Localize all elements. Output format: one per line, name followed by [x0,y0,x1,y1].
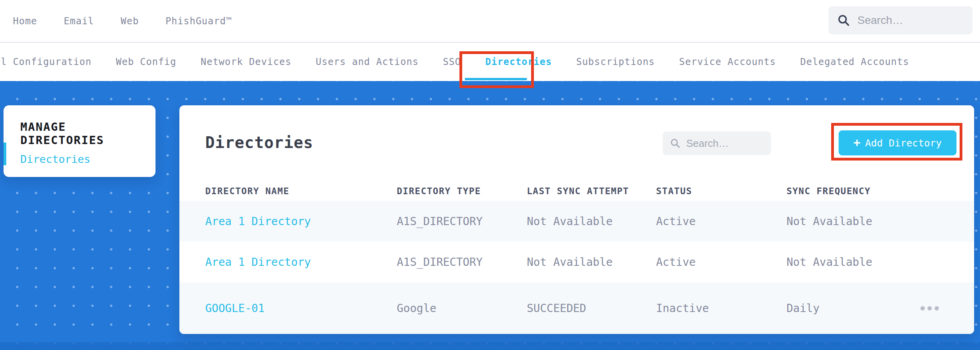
sidebar-item-directories[interactable]: Directories [20,153,90,165]
table-search-box[interactable] [663,132,771,155]
search-icon [670,138,681,149]
cell-last-sync-attempt: SUCCEEDED [527,302,656,315]
top-nav: HomeEmailWebPhishGuard™ [13,0,232,42]
column-header-sync-frequency: SYNC FREQUENCY [787,186,920,196]
column-header-directory-type: DIRECTORY TYPE [397,186,527,196]
tab-network-devices[interactable]: Network Devices [201,56,291,67]
tab-subscriptions[interactable]: Subscriptions [576,56,655,67]
directory-name-link[interactable]: Area 1 Directory [205,215,397,228]
global-search-input[interactable] [857,14,959,27]
cell-directory-type: A1S_DIRECTORY [397,215,527,228]
active-item-bar [4,143,6,165]
table-row: Area 1 DirectoryA1S_DIRECTORYNot Availab… [179,201,974,242]
panel-title: MANAGE DIRECTORIES [20,120,155,147]
manage-directories-panel: MANAGE DIRECTORIES Directories [4,105,155,177]
tab-l-configuration[interactable]: l Configuration [1,56,92,67]
table-body: Area 1 DirectoryA1S_DIRECTORYNot Availab… [179,201,974,334]
cell-last-sync-attempt: Not Available [527,256,656,269]
column-header-last-sync-attempt: LAST SYNC ATTEMPT [527,186,656,196]
cell-status: Inactive [656,302,787,315]
cell-last-sync-attempt: Not Available [527,215,656,228]
cell-sync-frequency: Not Available [787,256,920,269]
tab-delegated-accounts[interactable]: Delegated Accounts [800,56,909,67]
cell-status: Active [656,215,787,228]
table-search-input[interactable] [686,137,761,150]
table-row: GOOGLE-01GoogleSUCCEEDEDInactiveDaily [179,282,974,334]
annotation-box-add-directory [831,123,962,161]
tab-web-config[interactable]: Web Config [116,56,177,67]
column-header-status: STATUS [656,186,787,196]
top-nav-item-email[interactable]: Email [64,16,94,27]
annotation-box-directories-tab [459,51,534,88]
secondary-nav-items: l ConfigurationWeb ConfigNetwork Devices… [1,43,909,81]
cell-status: Active [656,256,787,269]
top-nav-item-web[interactable]: Web [121,16,139,27]
tab-users-and-actions[interactable]: Users and Actions [316,56,419,67]
directory-name-link[interactable]: Area 1 Directory [205,256,397,269]
global-search-box[interactable] [828,6,973,34]
cell-directory-type: Google [397,302,527,315]
column-header-directory-name: DIRECTORY NAME [205,186,397,196]
background-bottom-strip [0,342,980,350]
tab-service-accounts[interactable]: Service Accounts [679,56,776,67]
directory-name-link[interactable]: GOOGLE-01 [205,302,397,315]
top-nav-item-home[interactable]: Home [13,16,37,27]
table-header-row: DIRECTORY NAMEDIRECTORY TYPELAST SYNC AT… [179,181,974,201]
cell-sync-frequency: Daily [787,302,920,315]
page-title: Directories [205,134,313,152]
tab-sso[interactable]: SSO [443,56,461,67]
search-icon [837,14,850,27]
top-nav-item-phishguard-[interactable]: PhishGuard™ [165,16,232,27]
table-row: Area 1 DirectoryA1S_DIRECTORYNot Availab… [179,242,974,282]
row-actions-menu-icon[interactable] [920,306,958,310]
top-bar: HomeEmailWebPhishGuard™ [0,0,980,42]
cell-sync-frequency: Not Available [787,215,920,228]
cell-directory-type: A1S_DIRECTORY [397,256,527,269]
